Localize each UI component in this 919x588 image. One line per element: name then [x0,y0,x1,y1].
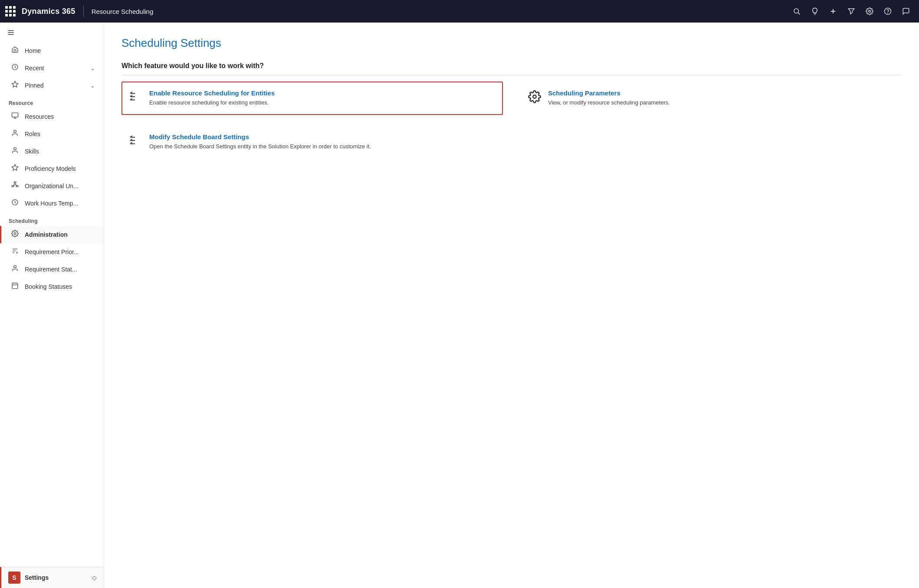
sidebar-item-workhours[interactable]: Work Hours Temp... [0,195,104,212]
svg-point-5 [869,10,871,13]
svg-rect-21 [16,186,18,187]
feature-card-modify-schedule-board[interactable]: Modify Schedule Board Settings Open the … [121,125,503,159]
roles-icon [10,129,20,139]
sidebar-item-pinned[interactable]: Pinned ⌄ [0,77,104,94]
reqstatus-icon [10,265,20,274]
sidebar-item-reqstatus[interactable]: Requirement Stat... [0,261,104,278]
add-icon[interactable] [825,3,841,19]
feature-card-enable-resource-scheduling[interactable]: Enable Resource Scheduling for Entities … [121,82,503,115]
recent-icon [10,63,20,73]
home-label: Home [25,47,95,54]
feature-text-modify-board: Modify Schedule Board Settings Open the … [149,133,371,151]
pinned-icon [10,81,20,90]
waffle-menu[interactable] [5,6,16,16]
gear-icon-feature [528,90,541,106]
sidebar-item-recent[interactable]: Recent ⌄ [0,59,104,77]
top-navigation-bar: Dynamics 365 Resource Scheduling [0,0,919,23]
checklist-icon-1 [129,90,142,106]
skills-label: Skills [25,148,95,155]
checklist-icon-2 [129,134,142,150]
hamburger-menu-button[interactable] [0,23,104,42]
svg-point-30 [13,265,16,268]
svg-marker-18 [12,164,18,170]
filter-icon[interactable] [844,3,859,19]
booking-icon [10,282,20,291]
sidebar-item-proficiency[interactable]: Proficiency Models [0,160,104,177]
orgunit-label: Organizational Un... [25,183,95,189]
feedback-icon[interactable] [898,3,914,19]
sidebar-item-roles[interactable]: Roles [0,125,104,143]
feature-title-modify-board: Modify Schedule Board Settings [149,133,371,140]
booking-label: Booking Statuses [25,283,95,290]
page-title: Scheduling Settings [121,36,902,50]
svg-marker-12 [12,81,18,87]
sidebar-item-skills[interactable]: Skills [0,143,104,160]
sidebar-item-home[interactable]: Home [0,42,104,59]
roles-label: Roles [25,131,95,137]
resource-section-label: Resource [0,94,104,108]
svg-point-17 [13,147,16,150]
reqstatus-label: Requirement Stat... [25,266,95,273]
svg-point-16 [13,130,16,133]
sidebar: Home Recent ⌄ Pinned ⌄ Resource [0,23,104,588]
feature-title-enable-resource: Enable Resource Scheduling for Entities [149,89,275,97]
skills-icon [10,147,20,156]
feature-desc-enable-resource: Enable resource scheduling for existing … [149,98,275,107]
proficiency-label: Proficiency Models [25,165,95,172]
svg-point-38 [533,95,536,98]
settings-icon[interactable] [862,3,877,19]
svg-line-1 [798,13,800,14]
svg-rect-19 [14,182,16,183]
svg-point-26 [14,232,16,234]
sidebar-item-administration[interactable]: Administration [0,226,104,243]
feature-title-scheduling-params: Scheduling Parameters [548,89,670,97]
brand-title: Dynamics 365 [22,7,75,16]
svg-rect-20 [12,186,13,187]
administration-icon [10,230,20,239]
feature-grid: Enable Resource Scheduling for Entities … [121,82,902,158]
recent-chevron-icon: ⌄ [90,65,95,72]
sidebar-item-booking[interactable]: Booking Statuses [0,278,104,295]
reqpriority-icon [10,247,20,257]
scheduling-section-label: Scheduling [0,212,104,226]
administration-label: Administration [25,231,95,238]
workhours-icon [10,199,20,208]
proficiency-icon [10,164,20,173]
lightbulb-icon[interactable] [807,3,823,19]
help-icon[interactable] [880,3,896,19]
recent-label: Recent [25,65,85,72]
sidebar-item-reqpriority[interactable]: Requirement Prior... [0,243,104,261]
sidebar-item-orgunit[interactable]: Organizational Un... [0,177,104,195]
feature-text-scheduling-params: Scheduling Parameters View, or modify re… [548,89,670,107]
resources-icon [10,112,20,121]
svg-rect-31 [12,283,18,289]
reqpriority-label: Requirement Prior... [25,248,95,255]
feature-text-enable-resource: Enable Resource Scheduling for Entities … [149,89,275,107]
feature-desc-modify-board: Open the Schedule Board Settings entity … [149,142,371,151]
home-icon [10,46,20,56]
search-icon[interactable] [789,3,804,19]
settings-label: Settings [25,574,88,581]
feature-desc-scheduling-params: View, or modify resource scheduling para… [548,98,670,107]
main-content-area: Scheduling Settings Which feature would … [104,23,919,588]
section-question: Which feature would you like to work wit… [121,62,902,75]
top-bar-divider [83,6,84,17]
svg-point-0 [794,9,799,13]
settings-badge: S [8,572,20,584]
settings-footer-item[interactable]: S Settings ◇ [0,567,104,588]
settings-chevron-icon: ◇ [92,574,97,581]
main-wrapper: Home Recent ⌄ Pinned ⌄ Resource [0,23,919,588]
workhours-label: Work Hours Temp... [25,200,95,207]
top-bar-action-icons [789,3,914,19]
svg-rect-13 [12,113,18,117]
svg-marker-4 [848,9,854,14]
pinned-label: Pinned [25,82,85,89]
sidebar-item-resources[interactable]: Resources [0,108,104,125]
pinned-chevron-icon: ⌄ [90,82,95,89]
resources-label: Resources [25,113,95,120]
feature-card-scheduling-parameters[interactable]: Scheduling Parameters View, or modify re… [520,82,902,115]
module-title: Resource Scheduling [92,8,789,15]
orgunit-icon [10,181,20,191]
